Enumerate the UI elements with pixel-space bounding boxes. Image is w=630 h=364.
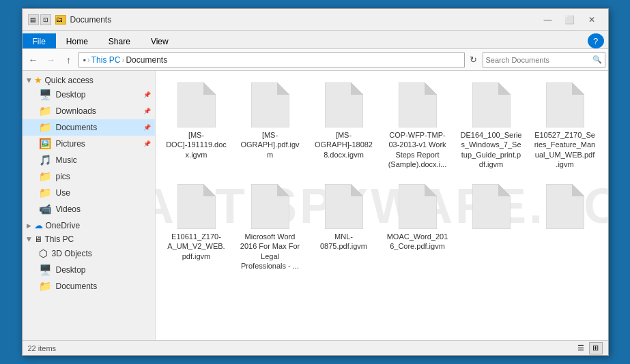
grid-view-button[interactable]: ⊞ [589,342,603,354]
sidebar-item-3dobjects[interactable]: ⬡ 3D Objects [23,245,155,262]
file-item[interactable]: E10527_Z170_Series_Feature_Manual_UM_WEB… [531,78,599,174]
window-controls: — ⬜ ✕ [537,10,603,29]
status-bar: 22 items ☰ ⊞ [23,340,608,355]
address-path[interactable]: ▪ › This PC › Documents [78,52,465,67]
thispc-pc-icon: 🖥 [34,234,42,244]
file-icon-3 [325,82,363,127]
sidebar-item-desktop[interactable]: 🖥️ Desktop [23,87,155,103]
file-item[interactable]: [MS-OGRAPH]-180828.docx.igvm [310,78,378,174]
sidebar-item-music[interactable]: 🎵 Music [23,152,155,168]
desktop2-icon: 🖥️ [39,264,52,276]
search-icon: 🔍 [592,55,602,64]
maximize-button[interactable]: ⬜ [559,10,581,29]
search-input[interactable] [486,56,592,64]
file-icon-7 [177,184,216,229]
ribbon-tabs: File Home Share View ? [23,31,608,48]
search-box[interactable]: 🔍 [483,52,605,67]
sidebar-item-label-music: Music [56,155,77,165]
path-documents[interactable]: Documents [126,55,167,65]
view-controls: ☰ ⊞ [574,342,603,354]
forward-button[interactable]: → [43,52,59,68]
close-button[interactable]: ✕ [581,10,603,29]
quickaccess-chevron: ▶ [25,78,32,82]
tab-file[interactable]: File [23,33,56,48]
file-item[interactable]: DE164_100_Series_Windows_7_Setup_Guide_p… [457,78,526,174]
3dobjects-icon: ⬡ [39,247,48,260]
sidebar-item-downloads[interactable]: 📁 Downloads [23,103,155,119]
title-bar-system-icons: ▤ ⊡ [28,14,51,25]
system-icon-2: ⊡ [40,14,51,25]
file-icon-11 [472,184,511,229]
file-item[interactable]: E10611_Z170-A_UM_V2_WEB.pdf.igvm [162,179,231,275]
address-bar: ← → ↑ ▪ › This PC › Documents ↻ 🔍 [23,49,608,71]
file-icon-12 [546,184,584,229]
quickaccess-star-icon: ★ [34,75,42,85]
file-name-9: MNL-0875.pdf.igvm [313,232,375,252]
up-button[interactable]: ↑ [61,52,77,68]
ribbon: File Home Share View ? [23,31,608,49]
explorer-window: ▤ ⊡ 🗂 Documents — ⬜ ✕ File Home Share Vi… [22,8,609,356]
sidebar-item-pics[interactable]: 📁 pics [23,168,155,185]
file-icon-6 [546,82,584,127]
file-name-10: MOAC_Word_2016_Core.pdf.igvm [387,232,448,252]
file-item[interactable]: MNL-0875.pdf.igvm [310,179,378,275]
back-button[interactable]: ← [25,52,42,68]
sidebar-item-desktop2[interactable]: 🖥️ Desktop [23,262,155,278]
file-item[interactable] [457,179,526,275]
title-bar: ▤ ⊡ 🗂 Documents — ⬜ ✕ [23,9,608,31]
tab-share[interactable]: Share [98,33,141,48]
file-name-8: Microsoft Word 2016 For Max For Legal Pr… [240,232,301,271]
use-folder-icon: 📁 [39,187,52,199]
svg-marker-19 [425,184,437,196]
svg-marker-17 [351,184,363,196]
sidebar-item-pictures[interactable]: 🖼️ Pictures [23,136,155,152]
file-item[interactable]: Microsoft Word 2016 For Max For Legal Pr… [236,179,304,275]
desktop-folder-icon: 🖥️ [39,89,52,101]
sidebar-item-videos[interactable]: 📹 Videos [23,201,155,217]
onedrive-header[interactable]: ▶ ☁ OneDrive [23,219,155,232]
sidebar-item-label-documents: Documents [56,123,98,132]
onedrive-chevron: ▶ [27,222,31,229]
file-name-5: DE164_100_Series_Windows_7_Setup_Guide_p… [461,130,522,169]
file-name-2: [MS-OGRAPH].pdf.igvm [240,130,301,160]
tab-view[interactable]: View [141,33,179,48]
path-divider-0: › [87,55,90,65]
onedrive-label: OneDrive [46,221,81,230]
file-item[interactable]: COP-WFP-TMP-03-2013-v1 Work Steps Report… [384,78,452,174]
sidebar-item-label-documents2: Documents [56,282,98,291]
list-view-button[interactable]: ☰ [574,342,588,354]
sidebar-item-documents2[interactable]: 📁 Documents [23,278,155,294]
svg-marker-15 [277,184,289,196]
file-icon-8 [251,184,289,229]
sidebar-item-label-pictures: Pictures [56,139,85,149]
path-part-pc: ▪ [83,55,86,65]
refresh-button[interactable]: ↻ [466,52,481,67]
pictures-folder-icon: 🖼️ [39,138,52,150]
file-name-3: [MS-OGRAPH]-180828.docx.igvm [313,130,375,160]
sidebar-section-thispc: ▶ 🖥 This PC ⬡ 3D Objects 🖥️ Desktop 📁 Do… [23,233,155,294]
file-item[interactable] [531,179,599,275]
tab-home[interactable]: Home [56,33,98,48]
file-icon-1 [177,82,216,127]
path-divider-1: › [121,55,124,65]
help-button[interactable]: ? [588,33,604,48]
sidebar-item-label-downloads: Downloads [56,106,96,116]
thispc-label: This PC [45,234,74,244]
main-content: ▶ ★ Quick access 🖥️ Desktop 📁 Downloads … [23,71,608,340]
file-item[interactable]: [MS-DOC]-191119.docx.igvm [162,78,231,174]
thispc-chevron: ▶ [25,237,32,242]
svg-marker-21 [498,184,511,196]
file-item[interactable]: [MS-OGRAPH].pdf.igvm [236,78,304,174]
file-item[interactable]: MOAC_Word_2016_Core.pdf.igvm [384,179,452,275]
sidebar-item-label-use: Use [56,188,70,198]
file-grid: [MS-DOC]-191119.docx.igvm [MS-OGRAPH].pd… [156,71,608,282]
file-icon-5 [472,82,511,127]
thispc-header[interactable]: ▶ 🖥 This PC [23,233,155,245]
sidebar-item-use[interactable]: 📁 Use [23,185,155,201]
quickaccess-header[interactable]: ▶ ★ Quick access [23,74,155,87]
file-icon-10 [399,184,437,229]
minimize-button[interactable]: — [537,10,559,29]
path-thispc[interactable]: This PC [91,55,121,65]
file-area[interactable]: ANTISPYWARE.CO [MS-DOC]-191119.docx.igvm [156,71,608,340]
sidebar-item-documents[interactable]: 📁 Documents [23,119,155,136]
